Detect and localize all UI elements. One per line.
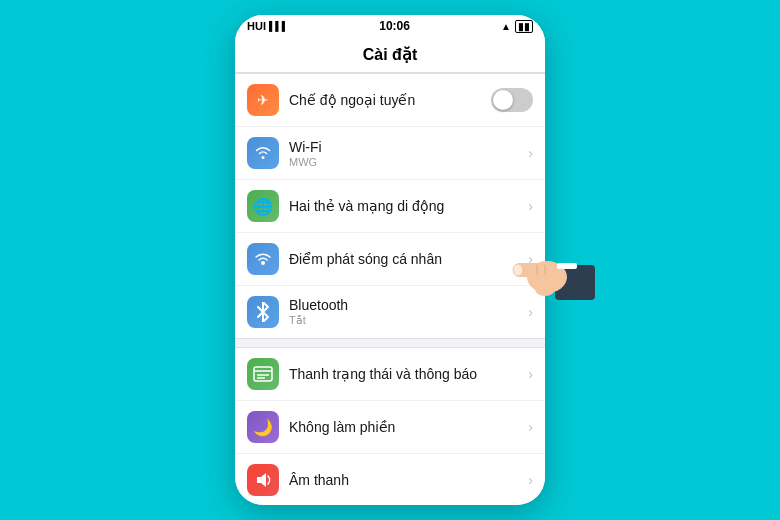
donotdisturb-label: Không làm phiền bbox=[289, 419, 528, 435]
hotspot-icon bbox=[247, 243, 279, 275]
svg-point-0 bbox=[261, 261, 265, 265]
svg-rect-21 bbox=[557, 263, 577, 269]
settings-group-system: Thanh trạng thái và thông báo › 🌙 Không … bbox=[235, 347, 545, 505]
title-bar: Cài đặt bbox=[235, 37, 545, 73]
donotdisturb-chevron: › bbox=[528, 419, 533, 435]
donotdisturb-icon: 🌙 bbox=[247, 411, 279, 443]
settings-item-hotspot[interactable]: Điểm phát sóng cá nhân › bbox=[235, 233, 545, 286]
bluetooth-label: Bluetooth bbox=[289, 297, 528, 313]
settings-list[interactable]: ✈ Chế độ ngoại tuyến bbox=[235, 73, 545, 505]
wifi-status-icon: ▲ bbox=[501, 21, 511, 32]
airplane-toggle-container[interactable] bbox=[491, 88, 533, 112]
phone-container: HUI ▌▌▌ 10:06 ▲ ▮▮ Cài đặt ✈ bbox=[235, 15, 545, 505]
settings-group-network: ✈ Chế độ ngoại tuyến bbox=[235, 73, 545, 339]
settings-item-donotdisturb[interactable]: 🌙 Không làm phiền › bbox=[235, 401, 545, 454]
hotspot-chevron: › bbox=[528, 251, 533, 267]
wifi-icon bbox=[247, 137, 279, 169]
airplane-label: Chế độ ngoại tuyến bbox=[289, 92, 491, 108]
statusbar-label: Thanh trạng thái và thông báo bbox=[289, 366, 528, 382]
phone-wrapper: HUI ▌▌▌ 10:06 ▲ ▮▮ Cài đặt ✈ bbox=[235, 15, 545, 505]
sound-icon bbox=[247, 464, 279, 496]
wifi-sublabel: MWG bbox=[289, 156, 528, 168]
sound-chevron: › bbox=[528, 472, 533, 488]
svg-rect-1 bbox=[254, 367, 272, 381]
sound-label: Âm thanh bbox=[289, 472, 528, 488]
status-time: 10:06 bbox=[379, 19, 410, 33]
settings-item-statusbar[interactable]: Thanh trạng thái và thông báo › bbox=[235, 348, 545, 401]
status-right: ▲ ▮▮ bbox=[501, 20, 533, 33]
airplane-icon: ✈ bbox=[247, 84, 279, 116]
bluetooth-chevron: › bbox=[528, 304, 533, 320]
settings-item-sim[interactable]: 🌐 Hai thẻ và mạng di động › bbox=[235, 180, 545, 233]
page-title: Cài đặt bbox=[363, 45, 417, 64]
status-bar: HUI ▌▌▌ 10:06 ▲ ▮▮ bbox=[235, 15, 545, 37]
status-left: HUI ▌▌▌ bbox=[247, 20, 288, 32]
statusbar-chevron: › bbox=[528, 366, 533, 382]
signal-bars: ▌▌▌ bbox=[269, 21, 288, 31]
sim-chevron: › bbox=[528, 198, 533, 214]
wifi-chevron: › bbox=[528, 145, 533, 161]
settings-item-sound[interactable]: Âm thanh › bbox=[235, 454, 545, 505]
svg-rect-14 bbox=[555, 265, 595, 300]
statusbar-icon bbox=[247, 358, 279, 390]
carrier-text: HUI bbox=[247, 20, 266, 32]
battery-status-icon: ▮▮ bbox=[515, 20, 533, 33]
hotspot-label: Điểm phát sóng cá nhân bbox=[289, 251, 528, 267]
sim-label: Hai thẻ và mạng di động bbox=[289, 198, 528, 214]
wifi-label: Wi-Fi bbox=[289, 139, 528, 155]
bluetooth-sublabel: Tắt bbox=[289, 314, 528, 327]
airplane-toggle[interactable] bbox=[491, 88, 533, 112]
sim-icon: 🌐 bbox=[247, 190, 279, 222]
settings-item-airplane[interactable]: ✈ Chế độ ngoại tuyến bbox=[235, 74, 545, 127]
settings-item-bluetooth[interactable]: Bluetooth Tắt › bbox=[235, 286, 545, 338]
settings-item-wifi[interactable]: Wi-Fi MWG › bbox=[235, 127, 545, 180]
bluetooth-icon bbox=[247, 296, 279, 328]
toggle-knob bbox=[493, 90, 513, 110]
